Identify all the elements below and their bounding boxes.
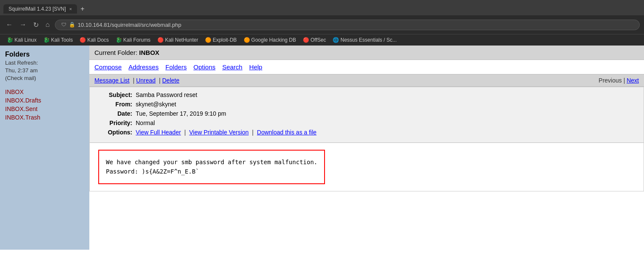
bookmark-offsec[interactable]: 🔴 OffSec (300, 36, 328, 44)
date-label: Date: (98, 110, 132, 117)
help-link[interactable]: Help (249, 63, 262, 71)
refresh-button[interactable]: ↻ (31, 20, 40, 30)
kali-forums-icon: 🐉 (116, 37, 122, 43)
bookmark-nessus[interactable]: 🌐 Nessus Essentials / Sc... (330, 36, 399, 44)
kali-docs-icon: 🔴 (80, 37, 86, 43)
email-view: Subject: Samba Password reset From: skyn… (89, 87, 644, 191)
date-value: Tue, September 17, 2019 9:10 pm (136, 110, 226, 117)
email-body: We have changed your smb password after … (98, 150, 325, 184)
exploit-db-icon: 🟠 (205, 37, 211, 43)
bookmarks-bar: 🐉 Kali Linux 🐉 Kali Tools 🔴 Kali Docs 🐉 … (0, 34, 644, 46)
folder-name: INBOX (139, 49, 160, 56)
nav-links: Compose Addresses Folders Options Search… (89, 60, 644, 74)
bookmark-exploit-db[interactable]: 🟠 Exploit-DB (202, 36, 239, 44)
sidebar-item-inbox-trash[interactable]: INBOX.Trash (5, 113, 84, 122)
sidebar-item-inbox[interactable]: INBOX (5, 88, 84, 96)
page-wrapper: Folders Last Refresh: Thu, 2:37 am (Chec… (0, 46, 644, 250)
view-full-header-link[interactable]: View Full Header (136, 129, 181, 136)
message-actions-bar: Message List | Unread | Delete Previous … (89, 74, 644, 87)
bookmark-kali-linux[interactable]: 🐉 Kali Linux (4, 36, 39, 44)
sidebar-item-inbox-sent[interactable]: INBOX.Sent (5, 105, 84, 113)
lock-icon: 🔒 (69, 22, 75, 28)
new-tab-button[interactable]: + (77, 5, 88, 13)
addresses-link[interactable]: Addresses (128, 63, 159, 71)
bookmark-kali-tools[interactable]: 🐉 Kali Tools (41, 36, 75, 44)
pipe2: | (159, 77, 161, 84)
priority-value: Normal (136, 120, 155, 126)
bookmark-kali-nethunter[interactable]: 🔴 Kali NetHunter (155, 36, 201, 44)
folders-link[interactable]: Folders (165, 63, 187, 71)
folder-header-prefix: Current Folder: (94, 49, 139, 56)
unread-link[interactable]: Unread (136, 77, 156, 84)
sidebar-refresh: Last Refresh: Thu, 2:37 am (Check mail) (5, 59, 84, 83)
active-tab[interactable]: SquirrelMail 1.4.23 [SVN] × (3, 4, 77, 14)
bookmark-kali-docs[interactable]: 🔴 Kali Docs (77, 36, 111, 44)
sidebar-folder-list: INBOX INBOX.Drafts INBOX.Sent INBOX.Tras… (5, 88, 84, 122)
back-button[interactable]: ← (4, 20, 14, 29)
kali-nethunter-icon: 🔴 (157, 37, 164, 43)
subject-value: Samba Password reset (136, 91, 197, 98)
browser-toolbar: ← → ↻ ⌂ 🛡 🔒 10.10.164.81/squirrelmail/sr… (0, 15, 644, 34)
tab-close-button[interactable]: × (69, 6, 72, 11)
subject-row: Subject: Samba Password reset (98, 91, 635, 98)
url-text: 10.10.164.81/squirrelmail/src/webmail.ph… (78, 22, 182, 28)
kali-tools-icon: 🐉 (43, 37, 50, 43)
check-mail-link[interactable]: (Check mail) (5, 75, 36, 81)
security-icon: 🛡 (61, 22, 66, 28)
message-actions-left: Message List | Unread | Delete (94, 77, 181, 84)
priority-row: Priority: Normal (98, 120, 635, 126)
from-label: From: (98, 101, 132, 108)
options-label: Options: (98, 129, 132, 136)
email-headers: Subject: Samba Password reset From: skyn… (90, 87, 644, 142)
search-link[interactable]: Search (222, 63, 242, 71)
sidebar-item-inbox-drafts[interactable]: INBOX.Drafts (5, 96, 84, 105)
from-row: From: skynet@skynet (98, 101, 635, 108)
previous-label: Previous (598, 77, 621, 84)
address-bar[interactable]: 🛡 🔒 10.10.164.81/squirrelmail/src/webmai… (55, 20, 640, 30)
message-actions-right: Previous | Next (598, 77, 639, 84)
refresh-time: Thu, 2:37 am (5, 67, 38, 74)
body-line1: We have changed your smb password after … (106, 159, 317, 165)
home-button[interactable]: ⌂ (44, 20, 51, 29)
main-content: Current Folder: INBOX Compose Addresses … (89, 46, 644, 250)
email-body-wrapper: We have changed your smb password after … (90, 143, 644, 191)
options-row: Options: View Full Header | View Printab… (98, 129, 635, 136)
next-link[interactable]: Next (627, 77, 639, 84)
browser-chrome: SquirrelMail 1.4.23 [SVN] × + ← → ↻ ⌂ 🛡 … (0, 0, 644, 46)
forward-button[interactable]: → (18, 20, 28, 29)
bookmark-google-hacking-db[interactable]: 🟠 Google Hacking DB (241, 36, 299, 44)
date-row: Date: Tue, September 17, 2019 9:10 pm (98, 110, 635, 117)
body-line2: Password: )s{A&2Z=F^n_E.B` (106, 168, 199, 175)
sidebar-title: Folders (5, 51, 84, 58)
tab-title: SquirrelMail 1.4.23 [SVN] (9, 6, 66, 12)
google-hacking-icon: 🟠 (244, 37, 250, 43)
kali-linux-icon: 🐉 (7, 37, 13, 43)
view-printable-link[interactable]: View Printable Version (189, 129, 249, 136)
offsec-icon: 🔴 (303, 37, 309, 43)
options-link[interactable]: Options (194, 63, 216, 71)
subject-label: Subject: (98, 91, 132, 98)
compose-link[interactable]: Compose (94, 63, 122, 71)
download-file-link[interactable]: Download this as a file (257, 129, 316, 136)
pipe1: | (133, 77, 134, 84)
pipe3: | (624, 77, 625, 84)
priority-label: Priority: (98, 120, 132, 126)
options-pipe1: | (184, 129, 186, 136)
refresh-label: Last Refresh: (5, 60, 38, 66)
from-value: skynet@skynet (136, 101, 176, 108)
bookmark-kali-forums[interactable]: 🐉 Kali Forums (113, 36, 153, 44)
options-pipe2: | (252, 129, 254, 136)
options-value: View Full Header | View Printable Versio… (136, 129, 316, 136)
folder-header: Current Folder: INBOX (89, 46, 644, 60)
sidebar: Folders Last Refresh: Thu, 2:37 am (Chec… (0, 46, 89, 250)
tab-bar: SquirrelMail 1.4.23 [SVN] × + (0, 0, 644, 15)
nessus-icon: 🌐 (333, 37, 339, 43)
delete-link[interactable]: Delete (162, 77, 179, 84)
message-list-link[interactable]: Message List (94, 77, 129, 84)
